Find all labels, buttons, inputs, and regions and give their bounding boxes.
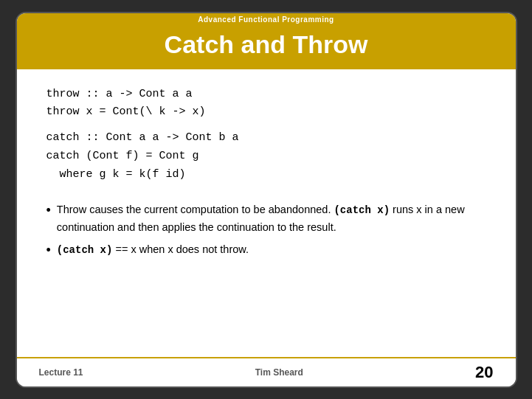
content-area: throw :: a -> Cont a a throw x = Cont(\ … xyxy=(17,69,516,357)
footer-page: 20 xyxy=(475,363,493,382)
top-bar-label: Advanced Functional Programming xyxy=(198,15,334,24)
code-line-4: catch (Cont f) = Cont g xyxy=(46,148,486,166)
bullet-text-2: (catch x) == x when x does not throw. xyxy=(57,241,249,259)
footer: Lecture 11 Tim Sheard 20 xyxy=(17,357,516,386)
code-block-catch: catch :: Cont a a -> Cont b a catch (Con… xyxy=(46,129,486,184)
slide: Advanced Functional Programming Catch an… xyxy=(15,12,517,388)
bullet-item-1: • Throw causes the current computation t… xyxy=(46,201,486,235)
code-line-5: where g k = k(f id) xyxy=(46,166,486,184)
bullet-item-2: • (catch x) == x when x does not throw. xyxy=(46,241,486,260)
bullet-section: • Throw causes the current computation t… xyxy=(46,201,486,266)
title-area: Catch and Throw xyxy=(17,26,516,69)
code-block-throw: throw :: a -> Cont a a throw x = Cont(\ … xyxy=(46,86,486,122)
slide-title: Catch and Throw xyxy=(32,30,501,59)
bullet-dot-2: • xyxy=(46,241,51,260)
bullet-text-1: Throw causes the current computation to … xyxy=(57,201,486,235)
top-bar: Advanced Functional Programming xyxy=(17,13,516,26)
bullet-dot-1: • xyxy=(46,201,51,220)
footer-right: Tim Sheard xyxy=(255,367,303,378)
code-line-3: catch :: Cont a a -> Cont b a xyxy=(46,129,486,148)
footer-left: Lecture 11 xyxy=(39,367,83,378)
code-line-2: throw x = Cont(\ k -> x) xyxy=(46,103,486,122)
code-line-1: throw :: a -> Cont a a xyxy=(46,86,486,104)
